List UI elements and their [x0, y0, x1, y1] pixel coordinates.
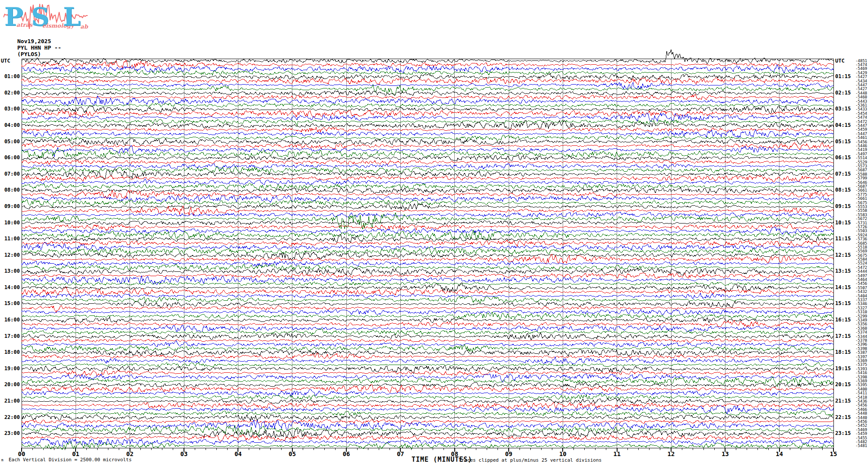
left-hour-label: 01:00	[0, 74, 20, 79]
x-tick-label: 00	[12, 450, 31, 457]
right-hour-label: 09:15	[835, 204, 851, 209]
vertical-scale-note: Each Vertical Division = 2500.00 microvo…	[9, 457, 132, 463]
right-hour-label: 01:15	[835, 74, 851, 79]
right-hour-label: 15:15	[835, 301, 851, 306]
left-hour-label: 20:00	[0, 382, 20, 387]
row-offset-value: -5661	[852, 189, 867, 192]
left-hour-label: 16:00	[0, 317, 20, 323]
right-hour-label: 22:15	[835, 415, 851, 420]
left-hour-label: 02:00	[0, 90, 20, 96]
x-tick-label: 10	[553, 450, 572, 457]
x-tick-label: 01	[66, 450, 85, 457]
left-hour-label: 11:00	[0, 236, 20, 242]
x-tick-label: 04	[228, 450, 247, 457]
left-hour-label: 15:00	[0, 301, 20, 306]
row-offset-value: -5448	[852, 412, 867, 416]
left-hour-label: 03:00	[0, 106, 20, 112]
row-offset-value: -5514	[852, 156, 867, 160]
right-hour-label: 02:15	[835, 90, 851, 96]
row-offset-value: -5460	[852, 95, 867, 99]
right-hour-label: 06:15	[835, 155, 851, 161]
row-offset-value: -5374	[852, 331, 867, 334]
left-hour-label: 04:00	[0, 123, 20, 128]
right-hour-label: 18:15	[835, 350, 851, 355]
right-hour-label: 10:15	[835, 220, 851, 226]
row-offset-value: -5799	[852, 176, 867, 180]
x-tick-label: 11	[608, 450, 627, 457]
row-offset-value: -5481	[852, 444, 867, 448]
left-hour-label: 09:00	[0, 204, 20, 209]
left-hour-label: 14:00	[0, 285, 20, 290]
row-offset-value: -5411	[852, 391, 867, 395]
x-tick-label: 06	[337, 450, 356, 457]
helicorder-plot	[0, 0, 868, 466]
row-offset-value: -5661	[852, 197, 867, 201]
row-offset-value: -5672	[852, 217, 867, 221]
right-hour-label: 23:15	[835, 431, 851, 436]
row-offset-value: -5310	[852, 310, 867, 314]
x-tick-label: 12	[662, 450, 681, 457]
right-hour-label: 14:15	[835, 285, 851, 290]
left-hour-label: 22:00	[0, 415, 20, 420]
row-offset-value: -5432	[852, 290, 867, 294]
left-hour-label: 10:00	[0, 220, 20, 226]
right-hour-label: 13:15	[835, 268, 851, 274]
clip-note: Traces clipped at plus/minus 25 vertical…	[459, 457, 602, 463]
row-offset-value: -5387	[852, 351, 867, 355]
row-offset-value: -5456	[852, 403, 867, 407]
left-hour-label: 12:00	[0, 252, 20, 258]
right-hour-label: 21:15	[835, 398, 851, 404]
x-tick-label: 03	[174, 450, 193, 457]
row-offset-value: -5461	[852, 136, 867, 140]
left-hour-label: 18:00	[0, 350, 20, 355]
right-hour-label: 17:15	[835, 334, 851, 339]
helicorder-page: P atras S eismology L ab Nov19,2025 PYL …	[0, 0, 868, 466]
row-offset-value: -5395	[852, 383, 867, 387]
x-tick-label: 14	[770, 450, 789, 457]
right-hour-label: 07:15	[835, 171, 851, 177]
left-hour-label: 05:00	[0, 139, 20, 145]
row-offset-value: -5452	[852, 424, 867, 428]
row-offset-value: -5558	[852, 209, 867, 213]
right-hour-label: 04:15	[835, 123, 851, 128]
right-hour-label: 03:15	[835, 106, 851, 112]
right-hour-label: 12:15	[835, 252, 851, 258]
row-offset-value: -5416	[852, 371, 867, 375]
right-hour-label: 16:15	[835, 317, 851, 323]
row-offset-value: -5503	[852, 229, 867, 233]
x-tick-label: 15	[824, 450, 843, 457]
x-tick-label: 09	[499, 450, 518, 457]
left-hour-label: 07:00	[0, 171, 20, 177]
row-offset-value: -5474	[852, 116, 867, 120]
row-offset-value: -5459	[852, 432, 867, 436]
right-hour-label: 19:15	[835, 366, 851, 372]
left-hour-label: 17:00	[0, 334, 20, 339]
right-hour-label: 11:15	[835, 236, 851, 242]
left-hour-label: 23:00	[0, 431, 20, 436]
left-hour-label: 08:00	[0, 187, 20, 193]
x-tick-label: 13	[716, 450, 735, 457]
corner-mark: m	[1, 458, 3, 462]
right-hour-label: 08:15	[835, 187, 851, 193]
right-hour-label: 05:15	[835, 139, 851, 145]
row-offset-value: -5736	[852, 237, 867, 241]
x-tick-label: 05	[283, 450, 302, 457]
row-offset-value: -5427	[852, 75, 867, 79]
right-hour-label: 20:15	[835, 382, 851, 387]
left-hour-label: 19:00	[0, 366, 20, 372]
x-tick-label: 07	[391, 450, 410, 457]
left-hour-label: 06:00	[0, 155, 20, 161]
row-offset-value: -5569	[852, 249, 867, 253]
left-hour-label: 13:00	[0, 268, 20, 274]
x-tick-label: 02	[120, 450, 139, 457]
row-offset-value: -5444	[852, 270, 867, 274]
left-hour-label: 21:00	[0, 398, 20, 404]
